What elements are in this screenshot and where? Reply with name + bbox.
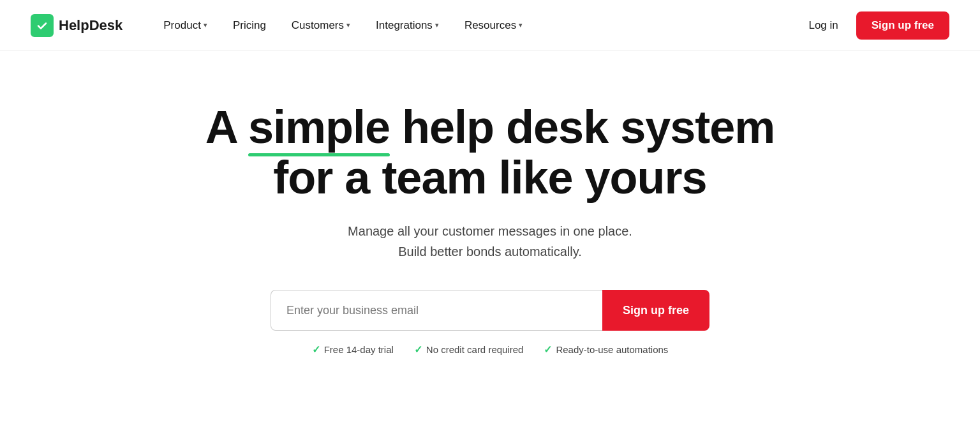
nav-item-pricing[interactable]: Pricing bbox=[223, 14, 276, 37]
check-icon: ✓ bbox=[312, 343, 320, 356]
hero-highlight-word: simple bbox=[248, 102, 390, 153]
logo-text: HelpDesk bbox=[59, 17, 122, 34]
chevron-down-icon: ▾ bbox=[204, 21, 207, 29]
check-icon: ✓ bbox=[544, 343, 552, 356]
chevron-down-icon: ▾ bbox=[519, 21, 523, 29]
hero-heading-text: A simple help desk system bbox=[205, 102, 775, 153]
nav-actions: Log in Sign up free bbox=[798, 11, 949, 40]
trust-badges: ✓ Free 14-day trial ✓ No credit card req… bbox=[312, 343, 669, 356]
trust-badge-automations: ✓ Ready-to-use automations bbox=[544, 343, 668, 356]
hero-subtext: Manage all your customer messages in one… bbox=[348, 221, 632, 262]
svg-rect-0 bbox=[35, 19, 49, 33]
login-button[interactable]: Log in bbox=[798, 14, 848, 37]
chevron-down-icon: ▾ bbox=[435, 21, 439, 29]
nav-links: Product ▾ Pricing Customers ▾ Integratio… bbox=[153, 14, 798, 37]
nav-item-product[interactable]: Product ▾ bbox=[153, 14, 218, 37]
hero-section: A simple help desk system for a team lik… bbox=[0, 51, 980, 394]
email-form: Sign up free bbox=[271, 290, 709, 331]
hero-heading: A simple help desk system for a team lik… bbox=[205, 102, 775, 203]
form-signup-button[interactable]: Sign up free bbox=[602, 290, 709, 331]
check-icon: ✓ bbox=[414, 343, 422, 356]
nav-item-customers[interactable]: Customers ▾ bbox=[281, 14, 360, 37]
nav-item-resources[interactable]: Resources ▾ bbox=[454, 14, 533, 37]
hero-heading-line2: for a team like yours bbox=[273, 152, 706, 203]
email-input[interactable] bbox=[271, 290, 602, 331]
nav-item-integrations[interactable]: Integrations ▾ bbox=[366, 14, 449, 37]
nav-signup-button[interactable]: Sign up free bbox=[856, 11, 949, 40]
logo[interactable]: HelpDesk bbox=[31, 14, 122, 37]
trust-badge-no-card: ✓ No credit card required bbox=[414, 343, 524, 356]
chevron-down-icon: ▾ bbox=[346, 21, 350, 29]
navbar: HelpDesk Product ▾ Pricing Customers ▾ I… bbox=[0, 0, 980, 51]
trust-badge-trial: ✓ Free 14-day trial bbox=[312, 343, 394, 356]
logo-icon bbox=[31, 14, 54, 37]
